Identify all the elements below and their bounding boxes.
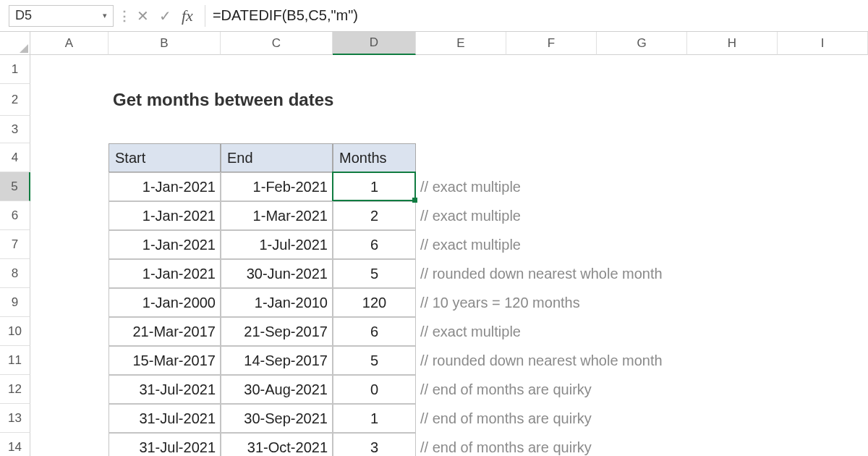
cell-end[interactable]: 30-Aug-2021 (221, 375, 333, 404)
cell-comment: // exact multiple (416, 172, 868, 201)
cell-comment: // end of months are quirky (416, 433, 868, 456)
cell-months[interactable]: 1 (333, 172, 416, 201)
cell-start[interactable]: 1-Jan-2000 (109, 288, 221, 317)
page-title: Get months between dates (109, 84, 506, 116)
confirm-icon[interactable]: ✓ (159, 7, 171, 25)
divider: ⋮ (119, 8, 129, 24)
cell-end[interactable]: 30-Jun-2021 (221, 259, 333, 288)
cell-months[interactable]: 0 (333, 375, 416, 404)
col-header-E[interactable]: E (416, 32, 506, 55)
cell-end[interactable]: 1-Jul-2021 (221, 230, 333, 259)
row-header-8[interactable]: 8 (0, 259, 30, 288)
cell-end[interactable]: 1-Jan-2010 (221, 288, 333, 317)
cell-comment: // exact multiple (416, 230, 868, 259)
cell-comment: // 10 years = 120 months (416, 288, 868, 317)
col-header-H[interactable]: H (687, 32, 778, 55)
spreadsheet-grid: ABCDEFGHIJ 123456789101112131415 Get mon… (0, 32, 868, 456)
cell-start[interactable]: 21-Mar-2017 (109, 317, 221, 346)
cells-area[interactable]: Get months between datesStartEndMonths1-… (30, 55, 868, 456)
row-header-12[interactable]: 12 (0, 375, 30, 404)
row-headers: 123456789101112131415 (0, 55, 30, 456)
formula-input-wrap (205, 5, 859, 27)
cell-comment: // rounded down nearest whole month (416, 346, 868, 375)
cell-comment: // end of months are quirky (416, 375, 868, 404)
select-all-corner[interactable] (0, 32, 30, 55)
row-header-9[interactable]: 9 (0, 288, 30, 317)
row-header-14[interactable]: 14 (0, 433, 30, 456)
cell-start[interactable]: 31-Jul-2021 (109, 375, 221, 404)
row-header-11[interactable]: 11 (0, 346, 30, 375)
col-header-G[interactable]: G (597, 32, 687, 55)
col-header-D[interactable]: D (333, 32, 416, 55)
cell-months[interactable]: 1 (333, 404, 416, 433)
fx-icon[interactable]: fx (182, 7, 193, 25)
cell-start[interactable]: 1-Jan-2021 (109, 201, 221, 230)
cell-months[interactable]: 6 (333, 230, 416, 259)
formula-bar-buttons: ✕ ✓ fx (135, 7, 197, 25)
cell-start[interactable]: 1-Jan-2021 (109, 172, 221, 201)
cell-months[interactable]: 120 (333, 288, 416, 317)
cell-end[interactable]: 31-Oct-2021 (221, 433, 333, 456)
row-header-1[interactable]: 1 (0, 55, 30, 84)
column-headers: ABCDEFGHIJ (30, 32, 868, 55)
cell-end[interactable]: 14-Sep-2017 (221, 346, 333, 375)
col-header-I[interactable]: I (778, 32, 868, 55)
header-months: Months (333, 143, 416, 172)
row-header-10[interactable]: 10 (0, 317, 30, 346)
name-box[interactable]: D5 ▾ (9, 5, 114, 27)
row-header-3[interactable]: 3 (0, 116, 30, 143)
cell-end[interactable]: 1-Feb-2021 (221, 172, 333, 201)
cell-end[interactable]: 1-Mar-2021 (221, 201, 333, 230)
cell-end[interactable]: 21-Sep-2017 (221, 317, 333, 346)
cell-comment: // rounded down nearest whole month (416, 259, 868, 288)
row-header-2[interactable]: 2 (0, 84, 30, 116)
col-header-F[interactable]: F (506, 32, 597, 55)
cell-start[interactable]: 31-Jul-2021 (109, 404, 221, 433)
cancel-icon[interactable]: ✕ (137, 7, 149, 25)
formula-bar: D5 ▾ ⋮ ✕ ✓ fx (0, 0, 868, 32)
col-header-C[interactable]: C (221, 32, 333, 55)
formula-input[interactable] (205, 5, 859, 27)
cell-months[interactable]: 2 (333, 201, 416, 230)
header-start: Start (109, 143, 221, 172)
cell-months[interactable]: 5 (333, 346, 416, 375)
header-end: End (221, 143, 333, 172)
row-header-6[interactable]: 6 (0, 201, 30, 230)
row-header-7[interactable]: 7 (0, 230, 30, 259)
cell-comment: // exact multiple (416, 317, 868, 346)
row-header-4[interactable]: 4 (0, 143, 30, 172)
name-box-value: D5 (15, 8, 32, 23)
cell-months[interactable]: 5 (333, 259, 416, 288)
row-header-5[interactable]: 5 (0, 172, 30, 201)
cell-start[interactable]: 1-Jan-2021 (109, 230, 221, 259)
cell-start[interactable]: 31-Jul-2021 (109, 433, 221, 456)
col-header-A[interactable]: A (30, 32, 109, 55)
cell-start[interactable]: 1-Jan-2021 (109, 259, 221, 288)
cell-start[interactable]: 15-Mar-2017 (109, 346, 221, 375)
cell-end[interactable]: 30-Sep-2021 (221, 404, 333, 433)
row-header-13[interactable]: 13 (0, 404, 30, 433)
chevron-down-icon[interactable]: ▾ (103, 11, 107, 20)
cell-months[interactable]: 3 (333, 433, 416, 456)
col-header-B[interactable]: B (109, 32, 221, 55)
cell-months[interactable]: 6 (333, 317, 416, 346)
cell-comment: // exact multiple (416, 201, 868, 230)
cell-comment: // end of months are quirky (416, 404, 868, 433)
